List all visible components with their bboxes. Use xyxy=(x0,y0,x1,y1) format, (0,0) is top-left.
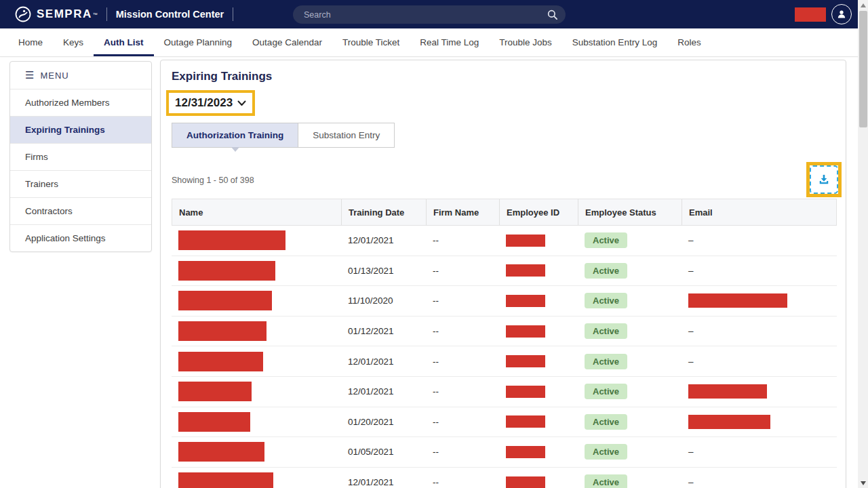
download-button[interactable] xyxy=(810,165,838,194)
cell-email: – xyxy=(682,256,837,286)
scrollbar-up-arrow[interactable] xyxy=(858,0,868,10)
download-icon xyxy=(817,173,831,186)
cell-employee-id xyxy=(499,468,578,488)
cell-employee-status: Active xyxy=(578,317,682,346)
highlight-annotation-date: 12/31/2023 xyxy=(166,90,255,116)
nav-item-keys[interactable]: Keys xyxy=(53,28,94,56)
brand-group: SEMPRA ™ Mission Control Center xyxy=(15,6,242,22)
cell-name xyxy=(172,286,341,316)
cell-training-date: 12/01/2021 xyxy=(341,468,426,488)
redacted-name xyxy=(178,321,267,341)
cell-email xyxy=(682,407,837,437)
tab-authorization-training[interactable]: Authorization Training xyxy=(172,123,298,148)
cell-email: – xyxy=(682,317,837,346)
cell-email xyxy=(682,377,837,407)
cell-employee-status: Active xyxy=(578,286,682,316)
sidebar-item-trainers[interactable]: Trainers xyxy=(10,170,151,197)
nav-item-home[interactable]: Home xyxy=(8,28,53,56)
table-row: 11/10/2020--Active xyxy=(172,286,837,317)
table-row: 12/01/2021--Active xyxy=(172,377,837,407)
column-header-firm-name: Firm Name xyxy=(427,199,500,225)
cell-employee-status: Active xyxy=(578,346,682,376)
cell-name xyxy=(172,256,341,286)
cell-employee-id xyxy=(499,377,578,407)
status-badge: Active xyxy=(585,414,627,430)
cell-employee-status: Active xyxy=(578,377,682,407)
cell-training-date: 01/12/2021 xyxy=(341,317,426,346)
nav-item-auth-list[interactable]: Auth List xyxy=(94,28,154,56)
table-row: 12/01/2021--Active– xyxy=(172,346,837,377)
redacted-name xyxy=(178,230,285,250)
cell-employee-status: Active xyxy=(578,407,682,437)
table-body: 12/01/2021--Active–01/13/2021--Active–11… xyxy=(172,226,837,488)
cell-firm-name: -- xyxy=(426,286,499,316)
scrollbar-down-arrow[interactable] xyxy=(858,478,868,488)
cell-employee-id xyxy=(499,346,578,376)
redacted-employee-id xyxy=(506,476,545,488)
status-badge: Active xyxy=(585,232,627,248)
person-icon xyxy=(836,9,847,20)
showing-count-text: Showing 1 - 50 of 398 xyxy=(172,176,835,185)
cell-training-date: 11/10/2020 xyxy=(341,286,426,316)
cell-training-date: 12/01/2021 xyxy=(341,346,426,376)
cell-firm-name: -- xyxy=(426,346,499,376)
search-bar[interactable] xyxy=(293,5,566,24)
search-icon[interactable] xyxy=(547,9,557,20)
cell-name xyxy=(172,226,341,256)
redacted-name xyxy=(178,382,252,401)
nav-item-outage-planning[interactable]: Outage Planning xyxy=(154,28,243,56)
cell-employee-id xyxy=(499,226,578,256)
table-row: 12/01/2021--Active– xyxy=(172,468,837,488)
scrollbar-thumb[interactable] xyxy=(859,11,867,127)
status-badge: Active xyxy=(585,474,627,488)
nav-item-outage-calendar[interactable]: Outage Calendar xyxy=(242,28,332,56)
page-title: Expiring Trainings xyxy=(172,70,835,83)
cell-firm-name: -- xyxy=(426,256,499,286)
sidebar-items: Authorized MembersExpiring TrainingsFirm… xyxy=(10,89,151,251)
redacted-employee-id xyxy=(506,415,545,428)
sidebar-item-contractors[interactable]: Contractors xyxy=(10,197,151,224)
cell-firm-name: -- xyxy=(426,437,499,467)
redacted-name xyxy=(178,472,273,488)
sidebar-menu-header[interactable]: ☰ MENU xyxy=(10,62,151,89)
search-input[interactable] xyxy=(293,10,547,20)
expiration-date-dropdown[interactable]: 12/31/2023 xyxy=(169,93,252,113)
topbar-divider xyxy=(233,7,233,21)
cell-employee-status: Active xyxy=(578,256,682,286)
cell-email: – xyxy=(682,468,837,488)
column-header-employee-id: Employee ID xyxy=(500,199,578,225)
redacted-name xyxy=(178,261,275,281)
sidebar-item-application-settings[interactable]: Application Settings xyxy=(10,224,151,251)
cell-employee-id xyxy=(499,437,578,467)
cell-firm-name: -- xyxy=(426,226,499,256)
redacted-user-info xyxy=(795,7,826,22)
redacted-email xyxy=(688,415,770,429)
cell-employee-id xyxy=(499,286,578,316)
user-avatar-button[interactable] xyxy=(831,4,852,24)
highlight-annotation-download xyxy=(806,162,842,197)
table-row: 01/13/2021--Active– xyxy=(172,256,837,287)
cell-training-date: 01/13/2021 xyxy=(341,256,426,286)
cell-firm-name: -- xyxy=(426,377,499,407)
sidebar-item-firms[interactable]: Firms xyxy=(10,143,151,170)
redacted-employee-id xyxy=(506,325,545,338)
sidebar-item-authorized-members[interactable]: Authorized Members xyxy=(10,89,151,116)
brand-trademark: ™ xyxy=(93,12,98,17)
cell-email: – xyxy=(682,437,837,467)
nav-item-substation-entry-log[interactable]: Substation Entry Log xyxy=(562,28,667,56)
nav-item-roles[interactable]: Roles xyxy=(667,28,711,56)
sidebar: ☰ MENU Authorized MembersExpiring Traini… xyxy=(9,61,152,252)
cell-email: – xyxy=(682,226,837,256)
nav-item-real-time-log[interactable]: Real Time Log xyxy=(410,28,489,56)
page-scrollbar[interactable] xyxy=(858,0,868,488)
sidebar-item-expiring-trainings[interactable]: Expiring Trainings xyxy=(10,116,151,143)
cell-training-date: 01/20/2021 xyxy=(341,407,426,437)
cell-employee-status: Active xyxy=(578,437,682,467)
cell-employee-id xyxy=(499,256,578,286)
brand-name: SEMPRA xyxy=(37,7,92,21)
tab-substation-entry[interactable]: Substation Entry xyxy=(298,123,395,148)
status-badge: Active xyxy=(585,444,627,460)
nav-item-trouble-ticket[interactable]: Trouble Ticket xyxy=(332,28,410,56)
nav-item-trouble-jobs[interactable]: Trouble Jobs xyxy=(489,28,562,56)
cell-firm-name: -- xyxy=(426,317,499,346)
